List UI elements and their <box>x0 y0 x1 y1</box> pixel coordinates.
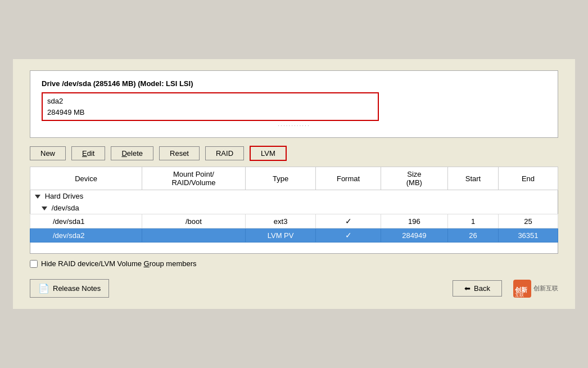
drive-panel: Drive /dev/sda (285146 MB) (Model: LSI L… <box>30 70 558 138</box>
brand-icon: 创新 互联 <box>513 280 531 298</box>
bottom-bar: 📄 Release Notes ⬅ Back 创新 互联 创新互联 <box>30 279 558 298</box>
cell-end: 25 <box>498 214 558 228</box>
cell-end: 36351 <box>498 228 558 243</box>
group-label: Hard Drives <box>45 192 84 200</box>
release-notes-label: Release Notes <box>53 284 101 293</box>
brand-logo: 创新 互联 创新互联 <box>513 280 558 298</box>
hide-checkbox-label: Hide RAID device/LVM Volume Group member… <box>41 259 197 268</box>
cell-device: /dev/sda1 <box>30 214 142 228</box>
new-button[interactable]: New <box>30 146 66 160</box>
drive-selected-box: sda2 284949 MB <box>42 92 379 121</box>
cell-size: 196 <box>381 214 447 228</box>
arrow-down-icon <box>35 195 40 199</box>
col-size: Size(MB) <box>381 167 447 190</box>
lvm-button[interactable]: LVM <box>250 146 287 161</box>
toolbar: New Edit Delete Reset RAID LVM <box>30 146 558 161</box>
partition-name: sda2 <box>47 96 373 107</box>
back-label: Back <box>474 284 490 293</box>
cell-format: ✓ <box>316 228 381 243</box>
col-start: Start <box>448 167 499 190</box>
group-dev-sda: /dev/sda <box>30 202 558 214</box>
cell-mount: /boot <box>142 214 246 228</box>
subgroup-label: /dev/sda <box>52 204 79 212</box>
hide-checkbox-row: Hide RAID device/LVM Volume Group member… <box>30 259 558 268</box>
back-arrow-icon: ⬅ <box>464 284 471 293</box>
cell-mount <box>142 228 246 243</box>
back-button[interactable]: ⬅ Back <box>453 280 502 297</box>
col-end: End <box>498 167 558 190</box>
delete-label: Delete <box>121 149 143 158</box>
edit-label: Edit <box>82 149 94 158</box>
cell-device: /dev/sda2 <box>30 228 142 243</box>
col-device: Device <box>30 167 142 190</box>
cell-type: ext3 <box>245 214 316 228</box>
main-container: Drive /dev/sda (285146 MB) (Model: LSI L… <box>13 59 575 309</box>
svg-text:互联: 互联 <box>515 293 524 298</box>
partition-size: 284949 MB <box>47 107 373 118</box>
cell-format: ✓ <box>316 214 381 228</box>
group-hard-drives: Hard Drives <box>30 190 558 203</box>
hide-checkbox[interactable] <box>30 260 38 268</box>
col-type: Type <box>245 167 316 190</box>
cell-start: 26 <box>448 228 499 243</box>
partition-table: Device Mount Point/RAID/Volume Type Form… <box>30 167 558 254</box>
cell-type: LVM PV <box>245 228 316 243</box>
document-icon: 📄 <box>38 283 49 294</box>
divider-handle: ............ <box>42 121 546 127</box>
col-mount-point: Mount Point/RAID/Volume <box>142 167 246 190</box>
drive-title: Drive /dev/sda (285146 MB) (Model: LSI L… <box>42 79 546 88</box>
table-row[interactable]: /dev/sda1 /boot ext3 ✓ 196 1 25 <box>30 214 558 228</box>
edit-button[interactable]: Edit <box>71 146 105 160</box>
col-format: Format <box>316 167 381 190</box>
empty-row <box>30 243 558 254</box>
table-row-selected[interactable]: /dev/sda2 LVM PV ✓ 284949 26 36351 <box>30 228 558 243</box>
raid-button[interactable]: RAID <box>205 146 244 160</box>
brand-name: 创新互联 <box>533 284 558 293</box>
reset-button[interactable]: Reset <box>159 146 200 160</box>
arrow-down-icon <box>42 207 47 210</box>
cell-size: 284949 <box>381 228 447 243</box>
release-notes-button[interactable]: 📄 Release Notes <box>30 279 109 298</box>
delete-button[interactable]: Delete <box>111 146 153 160</box>
cell-start: 1 <box>448 214 499 228</box>
